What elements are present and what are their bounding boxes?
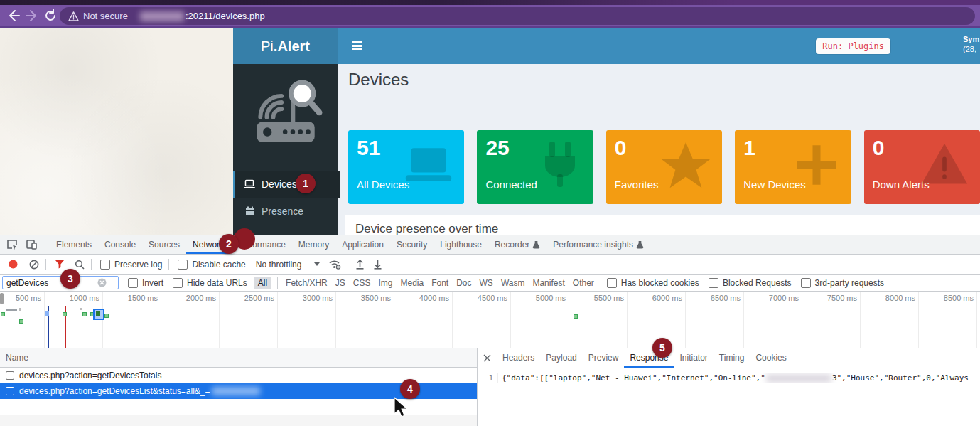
detail-tab-timing[interactable]: Timing [714,348,750,368]
address-divider [134,11,134,21]
page-title: Devices [348,70,409,90]
response-line[interactable]: 1 {"data":[["laptop","Net - Huawei","Int… [478,373,980,383]
checkbox[interactable] [128,278,138,288]
record-icon[interactable] [9,260,18,269]
import-har-icon[interactable] [355,260,365,270]
device-toolbar-icon[interactable] [26,239,38,250]
filter-type-img[interactable]: Img [378,278,392,288]
disable-cache-checkbox[interactable]: Disable cache [178,260,245,270]
tab-elements[interactable]: Elements [50,235,98,254]
checkbox[interactable] [100,260,110,270]
third-party-requests-checkbox[interactable]: 3rd-party requests [801,278,884,288]
card-new-devices[interactable]: 1 New Devices [735,130,851,204]
has-blocked-cookies-checkbox[interactable]: Has blocked cookies [607,278,699,288]
filter-type-media[interactable]: Media [400,278,424,288]
tab-security[interactable]: Security [390,235,434,254]
tab-performance-insights[interactable]: Performance insights [546,235,650,254]
back-arrow-icon[interactable] [6,8,21,23]
logo-pi: Pi [261,38,274,54]
time-tick: 8500 ms [921,294,974,302]
export-har-icon[interactable] [373,260,382,270]
selected-request-marker [93,309,104,320]
chevron-down-icon[interactable] [314,262,320,266]
detail-tab-headers[interactable]: Headers [497,348,540,368]
checkbox[interactable] [178,260,188,270]
plug-icon [537,140,583,190]
annotation-circle-2: 2 [219,234,239,254]
request-list-header[interactable]: Name [0,348,477,368]
filter-type-font[interactable]: Font [431,278,448,288]
time-tick: 3000 ms [280,294,333,302]
tab-lighthouse[interactable]: Lighthouse [434,235,488,254]
checkbox[interactable] [173,278,183,288]
annotation-circle-1: 1 [296,174,316,193]
detail-tab-preview[interactable]: Preview [583,348,625,368]
reload-icon[interactable] [43,8,58,23]
time-tick: 7000 ms [746,294,799,302]
card-connected[interactable]: 25 Connected [477,130,593,204]
presence-panel-title: Device presence over time [355,222,498,235]
pialert-logo[interactable]: Pi.Alert [233,28,338,64]
search-icon[interactable] [75,260,85,270]
tab-console[interactable]: Console [98,235,142,254]
checkbox[interactable] [709,278,718,288]
redacted-query-value [212,387,260,395]
menu-icon[interactable] [352,41,362,50]
checkbox[interactable] [607,278,617,288]
run-plugins-button[interactable]: Run: Plugins [816,38,890,54]
filter-type-ws[interactable]: WS [480,278,493,288]
checkbox[interactable] [801,278,811,288]
tab-sources[interactable]: Sources [142,235,186,254]
invert-checkbox[interactable]: Invert [128,278,163,288]
content-area: Devices 51 All Devices 25 Connected [338,64,980,235]
filter-funnel-icon[interactable] [55,260,65,269]
sidebar-item-devices[interactable]: Devices [233,171,340,198]
clear-filter-icon[interactable] [97,278,107,287]
app-header-bar: Run: Plugins Sym (28, [338,28,980,64]
checkbox[interactable] [6,371,14,380]
forward-arrow-icon[interactable] [24,8,40,23]
detail-tab-cookies[interactable]: Cookies [750,348,792,368]
overview-handle[interactable] [0,293,4,304]
tab-memory[interactable]: Memory [292,235,335,254]
toolbar-divider [45,239,45,250]
gridline [277,292,278,348]
network-conditions-icon[interactable] [328,259,341,270]
time-tick: 6000 ms [630,294,682,302]
blocked-requests-checkbox[interactable]: Blocked Requests [709,278,792,288]
tab-recorder[interactable]: Recorder [488,235,546,254]
filter-type-manifest[interactable]: Manifest [532,278,564,288]
filter-type-fetch-xhr[interactable]: Fetch/XHR [286,278,328,288]
filter-type-all[interactable]: All [254,277,271,289]
clear-icon[interactable] [29,260,39,270]
router-logo [247,71,324,148]
filter-type-doc[interactable]: Doc [456,278,471,288]
filter-type-js[interactable]: JS [335,278,345,288]
request-dot [45,311,49,316]
filter-type-wasm[interactable]: Wasm [501,278,525,288]
calendar-icon [245,206,255,216]
response-json: {"data":[["laptop","Net - Huawei","Inter… [502,373,971,383]
throttling-select[interactable]: No throttling [256,260,302,270]
card-down-alerts[interactable]: 0 Down Alerts [864,130,980,204]
tab-recorder-label: Recorder [495,235,529,254]
address-bar[interactable]: Not secure :20211/devices.php [60,7,975,25]
checkbox[interactable] [6,387,14,395]
sidebar-item-presence[interactable]: Presence [233,198,340,225]
request-name: devices.php?action=getDevicesList&status… [19,386,210,396]
hide-data-urls-checkbox[interactable]: Hide data URLs [173,278,247,288]
inspect-icon[interactable] [6,239,19,250]
detail-tab-initiator[interactable]: Initiator [674,348,713,368]
detail-tab-payload[interactable]: Payload [540,348,582,368]
tab-application[interactable]: Application [335,235,390,254]
filter-input[interactable] [3,278,97,288]
card-all-devices[interactable]: 51 All Devices [348,130,464,204]
preserve-log-checkbox[interactable]: Preserve log [100,260,162,270]
card-favorites[interactable]: 0 Favorites [606,130,722,204]
network-overview-timeline[interactable]: 500 ms 1000 ms 1500 ms 2000 ms 2500 ms 3… [0,292,980,348]
browser-toolbar: Not secure :20211/devices.php [0,5,980,28]
close-icon[interactable] [483,354,491,362]
sidebar-item-devices-label: Devices [262,179,297,190]
filter-type-other[interactable]: Other [573,278,594,288]
filter-type-css[interactable]: CSS [353,278,371,288]
